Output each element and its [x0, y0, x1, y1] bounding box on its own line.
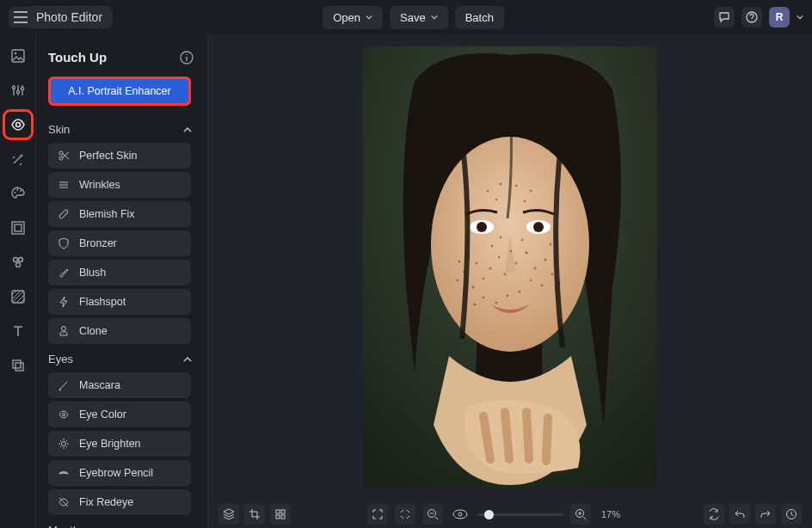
tool-blemish-fix[interactable]: Blemish Fix — [48, 201, 191, 227]
section-mouth-header[interactable]: Mouth — [48, 524, 199, 528]
open-button[interactable]: Open — [323, 6, 383, 29]
app-title: Photo Editor — [28, 6, 111, 28]
svg-point-34 — [476, 262, 478, 265]
zoom-reset-icon[interactable] — [450, 504, 471, 525]
svg-point-48 — [530, 279, 532, 282]
rail-touchup-icon[interactable] — [9, 115, 28, 134]
svg-point-57 — [458, 261, 461, 263]
undo-icon[interactable] — [729, 504, 750, 525]
eye-icon — [57, 408, 71, 421]
rail-textures-icon[interactable] — [9, 287, 28, 306]
stamp-icon — [57, 324, 71, 338]
rail-frames-icon[interactable] — [9, 218, 28, 237]
tool-clone[interactable]: Clone — [48, 318, 191, 344]
tool-fix-redeye[interactable]: Fix Redeye — [48, 489, 191, 515]
save-button[interactable]: Save — [390, 6, 448, 29]
bandage-icon — [57, 207, 71, 221]
zoom-out-icon[interactable] — [422, 504, 443, 525]
touch-up-panel: Touch Up A.I. Portrait Enhancer Skin Per… — [36, 34, 208, 528]
chevron-down-icon — [431, 14, 438, 21]
svg-point-62 — [500, 236, 502, 239]
tool-eye-brighten[interactable]: Eye Brighten — [48, 431, 191, 457]
svg-point-8 — [16, 189, 18, 191]
svg-point-55 — [550, 243, 552, 246]
crop-icon[interactable] — [244, 504, 265, 525]
section-mouth-label: Mouth — [48, 524, 79, 528]
panel-title: Touch Up — [48, 50, 107, 64]
comment-icon[interactable] — [714, 7, 735, 28]
svg-rect-72 — [281, 515, 285, 519]
tool-mascara[interactable]: Mascara — [48, 372, 191, 398]
section-eyes-label: Eyes — [48, 353, 73, 365]
tool-rail — [0, 34, 36, 528]
svg-point-20 — [59, 157, 63, 160]
svg-point-49 — [519, 291, 521, 293]
bottom-bar: 17% — [208, 500, 812, 528]
compare-icon[interactable] — [704, 504, 724, 525]
tool-flashspot[interactable]: Flashspot — [48, 289, 191, 315]
skin-tool-list: Perfect Skin Wrinkles Blemish Fix Bronze… — [48, 143, 199, 344]
tool-blush[interactable]: Blush — [48, 260, 191, 285]
svg-point-4 — [16, 90, 19, 93]
svg-point-65 — [515, 185, 518, 187]
tool-bronzer[interactable]: Bronzer — [48, 230, 191, 256]
bolt-icon — [57, 295, 71, 309]
sun-icon — [57, 437, 71, 451]
rail-color-icon[interactable] — [9, 184, 28, 203]
help-icon[interactable] — [741, 7, 762, 28]
ai-portrait-enhancer-button[interactable]: A.I. Portrait Enhancer — [48, 77, 191, 106]
tool-wrinkles[interactable]: Wrinkles — [48, 172, 191, 198]
svg-rect-71 — [276, 515, 280, 519]
svg-point-22 — [62, 327, 66, 331]
section-skin-label: Skin — [48, 123, 70, 136]
history-icon[interactable] — [781, 504, 802, 525]
info-icon[interactable] — [180, 51, 194, 64]
canvas-body[interactable] — [208, 34, 812, 500]
svg-rect-21 — [58, 209, 68, 218]
svg-point-2 — [14, 52, 16, 55]
chevron-down-icon[interactable] — [797, 15, 803, 20]
svg-point-66 — [530, 190, 532, 193]
chevron-down-icon — [366, 14, 372, 21]
svg-point-44 — [534, 267, 537, 270]
zoom-value: 17% — [601, 509, 627, 519]
zoom-slider-thumb[interactable] — [484, 510, 494, 519]
svg-point-41 — [503, 273, 506, 275]
layers-icon[interactable] — [218, 504, 239, 525]
grid-icon[interactable] — [270, 504, 291, 525]
svg-point-60 — [510, 250, 513, 253]
svg-point-40 — [491, 245, 494, 248]
section-skin-header[interactable]: Skin — [48, 123, 199, 136]
svg-point-13 — [18, 258, 22, 262]
svg-point-12 — [13, 258, 17, 262]
tool-perfect-skin[interactable]: Perfect Skin — [48, 143, 191, 169]
fit-icon[interactable] — [395, 504, 415, 525]
save-label: Save — [400, 11, 426, 24]
rail-layers-icon[interactable] — [9, 356, 28, 375]
zoom-in-icon[interactable] — [570, 504, 591, 525]
rail-elements-icon[interactable] — [9, 253, 28, 272]
rail-text-icon[interactable] — [9, 322, 28, 341]
photo-preview[interactable] — [363, 46, 657, 488]
batch-button[interactable]: Batch — [455, 6, 504, 29]
svg-point-58 — [457, 279, 459, 282]
rail-effects-icon[interactable] — [9, 150, 28, 169]
svg-point-47 — [540, 284, 543, 286]
tool-eyebrow-pencil[interactable]: Eyebrow Pencil — [48, 460, 191, 486]
user-avatar[interactable]: R — [769, 7, 790, 28]
shield-icon — [57, 236, 71, 250]
tool-eye-color[interactable]: Eye Color — [48, 402, 191, 427]
redo-icon[interactable] — [755, 504, 776, 525]
svg-point-52 — [483, 297, 485, 299]
fullscreen-icon[interactable] — [367, 504, 388, 525]
svg-point-63 — [487, 190, 489, 193]
svg-point-37 — [471, 285, 474, 288]
scissors-icon — [57, 149, 71, 163]
section-eyes-header[interactable]: Eyes — [48, 353, 199, 365]
rail-adjust-icon[interactable] — [9, 81, 28, 100]
svg-point-38 — [489, 267, 492, 270]
svg-rect-17 — [15, 363, 23, 371]
top-bar: Photo Editor Open Save Batch R — [0, 0, 812, 34]
rail-image-icon[interactable] — [9, 46, 28, 65]
zoom-slider[interactable] — [477, 513, 563, 516]
